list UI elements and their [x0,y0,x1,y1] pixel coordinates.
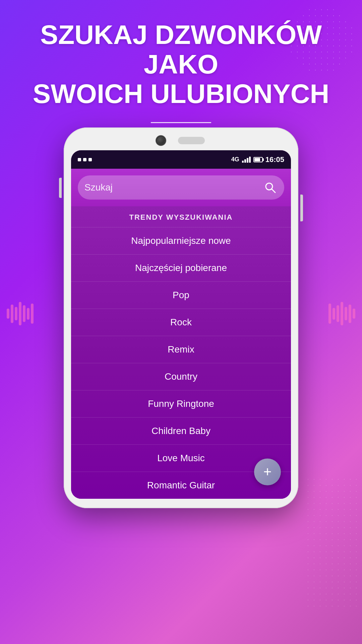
battery-icon [253,157,263,162]
wave-bar [353,309,355,319]
trends-label: TRENDY WYSZUKIWANIA [71,206,291,227]
phone-top-bar [71,137,291,144]
wave-bar [328,304,331,324]
list-item-4[interactable]: Rock [71,309,291,336]
phone-power-button [300,195,303,221]
list-item-1[interactable]: Najpopularniejsze nowe [71,227,291,254]
wave-bar [11,305,13,323]
search-bar-container: Szukaj [71,169,291,206]
signal-icon [242,157,251,163]
menu-item-label: Pop [173,290,189,300]
phone-speaker [178,137,205,144]
wave-decoration-left [7,302,34,325]
signal-bar [242,161,244,163]
wave-bar [345,307,347,320]
wave-bar [349,305,351,323]
search-button[interactable] [263,180,278,195]
menu-item-label: Country [165,371,197,382]
wave-decoration-right [328,302,355,325]
status-dot [88,158,92,161]
search-bar[interactable]: Szukaj [78,175,284,200]
battery-fill [254,158,260,161]
signal-bar [249,157,251,163]
phone-screen: 4G 16:05 Szukaj [71,150,291,499]
wave-bar [341,302,343,325]
wave-bar [23,305,25,322]
phone-wrapper: 4G 16:05 Szukaj [64,127,298,508]
header-section: SZUKAJ DZWONKÓW JAKO SWOICH ULUBIONYCH [0,20,362,123]
status-dot [78,158,81,161]
wave-bar [7,309,9,319]
signal-bar [244,159,246,163]
menu-item-label: Najpopularniejsze nowe [131,235,231,246]
signal-bar [247,158,248,163]
header-title: SZUKAJ DZWONKÓW JAKO SWOICH ULUBIONYCH [20,20,342,109]
signal-label: 4G [231,156,239,163]
wave-bar [333,308,335,320]
status-bar: 4G 16:05 [71,150,291,169]
wave-bar [15,307,17,320]
fab-button[interactable]: + [254,459,281,485]
list-item-2[interactable]: Najczęściej pobierane [71,254,291,281]
fab-plus-icon: + [263,465,272,479]
menu-item-label: Funny Ringtone [148,398,214,409]
menu-item-label: Rock [170,317,192,327]
list-item-10[interactable]: Romantic Guitar + [71,472,291,499]
header-divider [151,122,211,123]
list-item-3[interactable]: Pop [71,281,291,309]
list-item-8[interactable]: Children Baby [71,417,291,444]
dot-pattern-bottom-right [305,476,359,610]
wave-bar [337,305,339,322]
content-area: TRENDY WYSZUKIWANIA Najpopularniejsze no… [71,206,291,499]
search-placeholder: Szukaj [84,182,259,193]
list-item-5[interactable]: Remix [71,336,291,363]
status-dot [83,158,86,161]
wave-bar [19,302,21,325]
status-time: 16:05 [265,155,284,164]
header-title-line1: SZUKAJ DZWONKÓW JAKO [40,20,322,79]
status-bar-left [78,158,92,161]
list-item-6[interactable]: Country [71,363,291,390]
svg-line-1 [272,189,275,193]
menu-item-label: Najczęściej pobierane [135,263,227,273]
menu-item-label: Love Music [157,453,205,463]
header-title-line2: SWOICH ULUBIONYCH [33,79,329,109]
menu-item-label: Remix [168,344,194,355]
menu-item-label: Children Baby [152,426,210,436]
wave-bar [27,308,29,320]
phone-camera [157,137,165,144]
phone-outer: 4G 16:05 Szukaj [64,127,298,508]
status-bar-right: 4G 16:05 [231,155,284,164]
menu-item-label: Romantic Guitar [147,480,215,490]
list-item-7[interactable]: Funny Ringtone [71,390,291,417]
phone-volume-button [59,178,62,198]
wave-bar [31,304,34,324]
